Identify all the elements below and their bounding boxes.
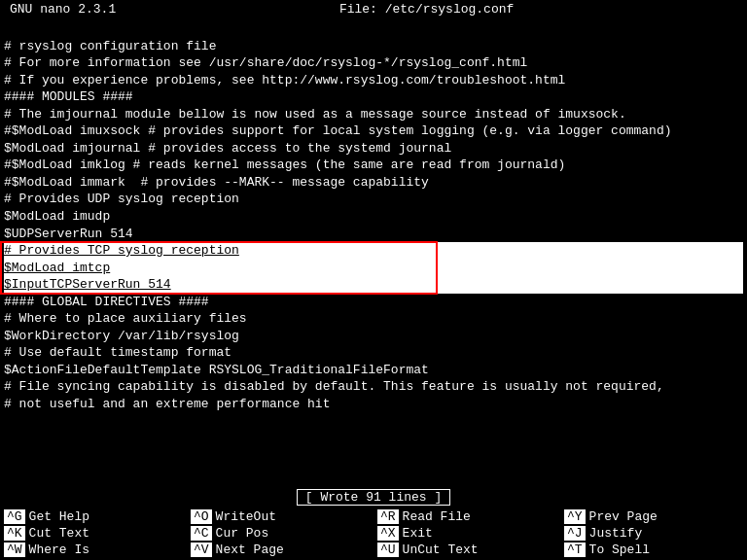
editor-line: $UDPServerRun 514 <box>4 226 743 243</box>
editor-line: # File syncing capability is disabled by… <box>4 378 743 396</box>
shortcut-label: WriteOut <box>216 509 276 524</box>
editor-area[interactable]: # rsyslog configuration file# For more i… <box>0 18 747 488</box>
title-bar: GNU nano 2.3.1 File: /etc/rsyslog.conf <box>0 0 747 18</box>
editor-line: #### MODULES #### <box>4 88 743 106</box>
editor-line: # The imjournal module bellow is now use… <box>4 106 743 123</box>
editor-line: # Where to place auxiliary files <box>4 310 743 328</box>
editor-line: # Provides TCP syslog reception <box>4 242 743 260</box>
editor-line: $ModLoad imjournal # provides access to … <box>4 140 743 158</box>
editor-line: # rsyslog configuration file <box>4 38 743 55</box>
editor-line: #$ModLoad imuxsock # provides support fo… <box>4 122 743 140</box>
file-title: File: /etc/rsyslog.conf <box>339 2 514 17</box>
shortcut-key[interactable]: ^O <box>191 509 212 524</box>
status-message: [ Wrote 91 lines ] <box>297 489 450 506</box>
shortcut-item: ^UUnCut Text <box>374 542 560 558</box>
shortcut-key[interactable]: ^W <box>4 542 25 557</box>
shortcut-key[interactable]: ^Y <box>564 509 586 524</box>
editor-line: # Use default timestamp format <box>4 344 743 362</box>
shortcut-label: Cut Text <box>29 526 89 541</box>
shortcut-label: To Spell <box>589 542 650 557</box>
shortcut-label: Exit <box>403 526 433 541</box>
shortcut-key[interactable]: ^T <box>564 542 586 557</box>
shortcut-label: UnCut Text <box>403 542 479 557</box>
shortcut-key[interactable]: ^X <box>377 526 399 541</box>
shortcut-label: Cur Pos <box>216 526 269 541</box>
editor-line: $WorkDirectory /var/lib/rsyslog <box>4 328 743 345</box>
editor-line: #$ModLoad imklog # reads kernel messages… <box>4 157 743 174</box>
shortcut-item: ^VNext Page <box>187 542 374 558</box>
editor-line: # Provides UDP syslog reception <box>4 191 743 208</box>
shortcut-item: ^TTo Spell <box>560 542 747 558</box>
bottom-bar: ^GGet Help^OWriteOut^RRead File^YPrev Pa… <box>0 507 747 560</box>
editor-line: $ModLoad imtcp <box>4 260 743 277</box>
shortcut-item: ^YPrev Page <box>560 508 747 525</box>
shortcut-key[interactable]: ^J <box>564 526 586 541</box>
shortcut-key[interactable]: ^G <box>4 509 25 524</box>
editor-line: $ModLoad imudp <box>4 208 743 226</box>
shortcut-label: Get Help <box>29 509 89 524</box>
shortcut-item: ^GGet Help <box>0 508 187 525</box>
app-title: GNU nano 2.3.1 <box>10 2 116 17</box>
editor-line: #$ModLoad immark # provides --MARK-- mes… <box>4 174 743 192</box>
shortcut-item: ^KCut Text <box>0 525 187 542</box>
shortcut-label: Justify <box>589 526 643 541</box>
shortcut-label: Prev Page <box>589 509 658 524</box>
shortcut-key[interactable]: ^R <box>377 509 399 524</box>
shortcut-item: ^WWhere Is <box>0 542 187 558</box>
editor-line: $InputTCPServerRun 514 <box>4 276 743 294</box>
shortcut-item: ^XExit <box>374 525 560 542</box>
shortcut-label: Next Page <box>216 542 284 557</box>
editor-line: # not useful and an extreme performance … <box>4 396 743 413</box>
shortcut-item: ^OWriteOut <box>187 508 374 525</box>
shortcut-key[interactable]: ^K <box>4 526 25 541</box>
editor-line: #### GLOBAL DIRECTIVES #### <box>4 294 743 311</box>
editor-line: # For more information see /usr/share/do… <box>4 54 743 72</box>
shortcut-item: ^CCur Pos <box>187 525 374 542</box>
shortcut-item: ^JJustify <box>560 525 747 542</box>
shortcut-key[interactable]: ^C <box>191 526 212 541</box>
editor-line: # If you experience problems, see http:/… <box>4 72 743 89</box>
shortcut-label: Read File <box>403 509 471 524</box>
shortcut-key[interactable]: ^V <box>191 542 212 557</box>
editor-line: $ActionFileDefaultTemplate RSYSLOG_Tradi… <box>4 362 743 379</box>
shortcut-key[interactable]: ^U <box>377 542 399 557</box>
shortcut-item: ^RRead File <box>374 508 560 525</box>
status-bar: [ Wrote 91 lines ] <box>0 488 747 507</box>
shortcut-label: Where Is <box>29 542 89 557</box>
